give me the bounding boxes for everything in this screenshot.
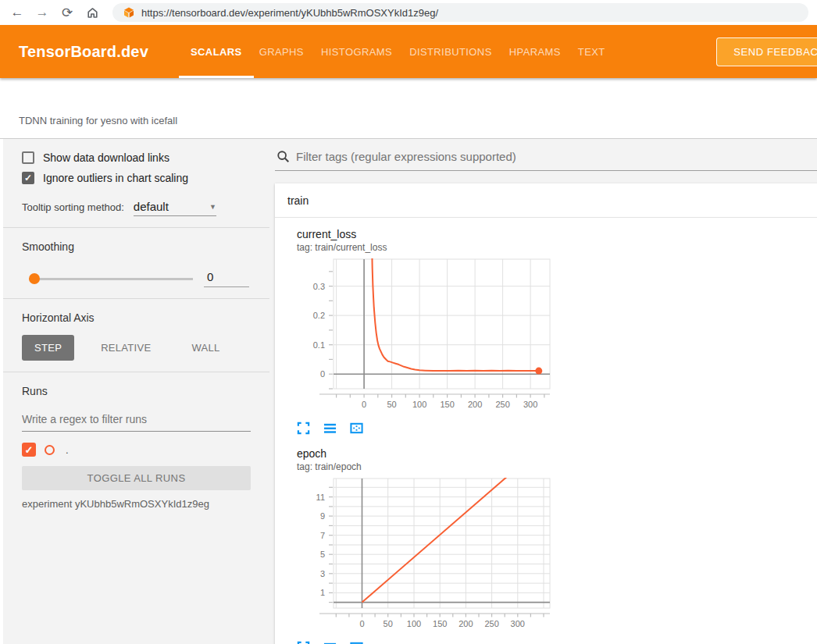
runs-section: Runs ✓ . TOGGLE ALL RUNS experiment yKUb… [3,372,269,521]
svg-text:5: 5 [320,550,325,559]
chart-card-current-loss: current_loss tag: train/current_loss 050… [285,228,551,436]
show-download-links-label: Show data download links [43,151,169,164]
chart-tag: tag: train/current_loss [297,242,551,253]
show-download-links-checkbox[interactable]: Show data download links [22,151,251,164]
tab-histograms[interactable]: HISTOGRAMS [321,25,392,78]
svg-text:3: 3 [320,569,325,578]
tensorboard-favicon [123,7,134,18]
tensorboard-page: ← → ⟳ https://tensorboard.dev/experiment… [0,0,817,644]
chevron-down-icon: ▼ [209,203,216,211]
experiment-header: TDNN training for yesno with icefall [0,78,817,139]
horizontal-axis-label: Horizontal Axis [22,311,251,324]
svg-text:50: 50 [387,400,396,409]
svg-text:200: 200 [468,400,482,409]
smoothing-slider-row: 0 [22,270,251,287]
train-group-card: train current_loss tag: train/current_lo… [275,183,817,644]
svg-text:0: 0 [362,400,366,409]
chart-tag: tag: train/epoch [297,461,551,472]
expand-icon[interactable] [297,641,310,644]
general-settings-section: Show data download links ✓ Ignore outlie… [3,139,269,228]
run-color-swatch [45,445,55,455]
expand-icon[interactable] [297,422,310,435]
browser-toolbar: ← → ⟳ https://tensorboard.dev/experiment… [0,0,817,25]
toggle-all-runs-button[interactable]: TOGGLE ALL RUNS [22,466,251,490]
svg-text:150: 150 [440,400,454,409]
smoothing-slider[interactable] [29,273,193,284]
svg-text:250: 250 [495,400,509,409]
horizontal-axis-section: Horizontal Axis STEP RELATIVE WALL [3,299,269,372]
send-feedback-button[interactable]: SEND FEEDBACK [716,37,817,66]
url-text: https://tensorboard.dev/experiment/yKUbh… [141,7,438,19]
svg-text:50: 50 [384,619,393,628]
ignore-outliers-checkbox[interactable]: ✓ Ignore outliers in chart scaling [22,172,251,184]
slider-thumb[interactable] [29,273,40,284]
search-icon [276,150,290,163]
svg-text:200: 200 [458,619,473,628]
train-group-label: train [287,194,309,207]
reload-icon[interactable]: ⟳ [56,2,78,23]
axis-wall-button[interactable]: WALL [179,335,232,361]
svg-text:100: 100 [407,619,421,628]
svg-text:0.1: 0.1 [313,340,325,350]
tooltip-sorting-value: default [134,200,169,213]
svg-text:7: 7 [320,531,325,540]
tab-scalars[interactable]: SCALARS [191,25,242,78]
axis-relative-button[interactable]: RELATIVE [88,335,163,361]
tooltip-sorting-label: Tooltip sorting method: [22,201,124,213]
tooltip-sorting-row: Tooltip sorting method: default ▼ [22,200,251,216]
checkbox-checked-icon: ✓ [22,172,34,184]
tab-text[interactable]: TEXT [578,25,605,78]
run-name: . [66,444,69,456]
ignore-outliers-label: Ignore outliers in chart scaling [43,172,188,184]
tab-bar: SCALARS GRAPHS HISTOGRAMS DISTRIBUTIONS … [191,25,623,78]
svg-text:300: 300 [523,400,537,409]
svg-text:0.3: 0.3 [313,282,325,291]
back-icon[interactable]: ← [6,2,28,23]
settings-sidebar: Show data download links ✓ Ignore outlie… [0,139,269,644]
chart-actions [297,641,551,644]
smoothing-section: Smoothing 0 [3,228,269,299]
content-area: Show data download links ✓ Ignore outlie… [0,139,817,644]
tag-filter-input[interactable] [296,150,817,163]
charts-grid: current_loss tag: train/current_loss 050… [275,218,817,644]
svg-text:0.2: 0.2 [313,311,325,320]
app-header: TensorBoard.dev SCALARS GRAPHS HISTOGRAM… [0,25,817,78]
home-icon[interactable] [81,2,103,23]
scalars-main: train current_loss tag: train/current_lo… [269,139,817,644]
axis-step-button[interactable]: STEP [22,335,74,361]
svg-text:250: 250 [484,619,498,628]
svg-text:100: 100 [412,400,426,409]
tab-hparams[interactable]: HPARAMS [509,25,561,78]
app-logo[interactable]: TensorBoard.dev [19,43,148,61]
horizontal-axis-buttons: STEP RELATIVE WALL [22,335,251,361]
chart-title: current_loss [297,228,551,240]
chart-card-epoch: epoch tag: train/epoch 05010015020025030… [285,447,551,644]
forward-icon[interactable]: → [31,2,53,23]
smoothing-value-field[interactable]: 0 [204,270,249,287]
fit-domain-icon[interactable] [350,641,363,644]
svg-text:11: 11 [316,493,325,502]
tab-graphs[interactable]: GRAPHS [259,25,304,78]
experiment-title: TDNN training for yesno with icefall [19,115,177,126]
svg-text:1: 1 [320,588,325,597]
tooltip-sorting-select[interactable]: default ▼ [134,200,216,216]
svg-text:0: 0 [359,619,364,628]
fit-domain-icon[interactable] [350,422,363,435]
tab-distributions[interactable]: DISTRIBUTIONS [409,25,492,78]
train-group-header[interactable]: train [275,183,817,218]
smoothing-label: Smoothing [22,240,251,253]
svg-text:9: 9 [320,511,325,521]
line-chart[interactable]: 05010015020025030000.10.20.3 [285,258,551,415]
log-scale-icon[interactable] [323,422,337,435]
runs-label: Runs [22,385,251,397]
runs-filter-input[interactable] [22,408,251,432]
experiment-id-label: experiment yKUbhb5wRmOSXYkId1z9eg [22,498,251,510]
log-scale-icon[interactable] [323,641,337,644]
line-chart[interactable]: 0501001502002503001357911 [285,478,551,634]
tag-filter-row [275,148,817,171]
svg-text:0: 0 [320,369,325,379]
run-checkbox[interactable]: ✓ [22,443,36,457]
chart-title: epoch [297,447,551,460]
address-bar[interactable]: https://tensorboard.dev/experiment/yKUbh… [112,3,808,22]
slider-track [29,278,193,280]
